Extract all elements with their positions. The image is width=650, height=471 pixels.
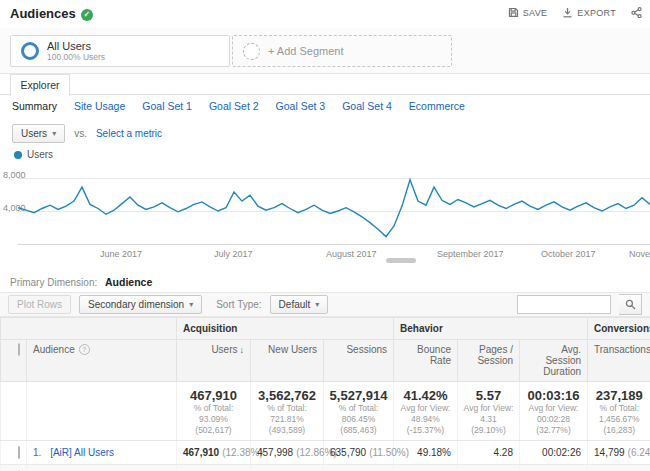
col-header-pages-session[interactable]: Pages / Session: [458, 340, 520, 382]
metric-dropdown-label: Users: [21, 128, 47, 139]
subtab-ecommerce[interactable]: Ecommerce: [409, 100, 465, 112]
primary-dimension-row: Primary Dimension: Audience: [10, 276, 152, 288]
x-label-july: July 2017: [214, 249, 253, 259]
users-line-chart: [18, 162, 650, 246]
secondary-dimension-dropdown[interactable]: Secondary dimension ▾: [79, 295, 202, 314]
cell-sessions: 623,771(11.45%): [324, 465, 394, 471]
tab-explorer-label: Explorer: [20, 79, 59, 91]
col-header-transactions[interactable]: Transactions: [588, 340, 650, 382]
col-header-avg-duration[interactable]: Avg. Session Duration: [520, 340, 588, 382]
col-header-new-users[interactable]: New Users: [251, 340, 324, 382]
export-label: EXPORT: [577, 8, 616, 18]
sort-type-label: Sort Type:: [216, 299, 261, 310]
plot-rows-button[interactable]: Plot Rows: [8, 295, 71, 314]
chevron-down-icon: ▾: [52, 129, 56, 138]
col-header-audience[interactable]: Audience?: [27, 340, 177, 382]
metric-picker-row: Users ▾ vs. Select a metric: [12, 124, 162, 143]
add-segment-label: + Add Segment: [268, 45, 344, 57]
table-column-header: Audience? Users↓ New Users Sessions Boun…: [1, 340, 650, 382]
row-checkbox[interactable]: [18, 446, 20, 459]
save-button[interactable]: SAVE: [508, 7, 548, 18]
cell-new-users: 457,998(12.86%): [251, 441, 324, 465]
group-acquisition: Acquisition: [177, 318, 394, 340]
cell-transactions: 14,376(6.06%): [588, 465, 650, 471]
segment-name: All Users: [47, 40, 105, 52]
subtab-summary[interactable]: Summary: [12, 100, 57, 112]
help-icon: ?: [79, 344, 90, 355]
export-icon: [562, 7, 573, 18]
cell-users: 467,910(12.38%): [177, 441, 251, 465]
tab-explorer[interactable]: Explorer: [10, 74, 70, 96]
metric-dropdown[interactable]: Users ▾: [12, 124, 65, 143]
x-label-june: June 2017: [100, 249, 142, 259]
search-button[interactable]: [619, 294, 642, 315]
sort-type-value: Default: [279, 299, 311, 310]
x-label-october: October 2017: [541, 249, 596, 259]
chart-legend: Users: [14, 149, 53, 160]
select-all-cell: [1, 340, 27, 382]
select-all-checkbox[interactable]: [18, 343, 20, 356]
col-header-bounce-rate[interactable]: Bounce Rate: [394, 340, 458, 382]
topbar: Audiences✓ SAVE EXPORT: [0, 0, 650, 28]
summary-bounce-rate: 41.42% Avg for View: 48.94% (-15.37%): [394, 382, 458, 441]
audience-link[interactable]: [AiR] All Users: [50, 447, 114, 458]
segment-ring-icon: [21, 42, 39, 60]
primary-dimension-audience[interactable]: Audience: [105, 276, 152, 288]
x-label-august: August 2017: [326, 249, 377, 259]
cell-users: 458,794(12.14%): [177, 465, 251, 471]
summary-transactions: 237,189 % of Total: 1,456.67% (16,283): [588, 382, 650, 441]
cell-avg-duration: 00:02:26: [520, 465, 588, 471]
chevron-down-icon: ▾: [189, 300, 193, 309]
x-label-november: November 2017: [629, 249, 650, 259]
subtab-site-usage[interactable]: Site Usage: [74, 100, 125, 112]
subtab-goal-set-3[interactable]: Goal Set 3: [276, 100, 326, 112]
chart-scroll-handle[interactable]: [386, 258, 416, 263]
group-conversions: Conversions eComm ▾: [588, 318, 650, 340]
summary-new-users: 3,562,762 % of Total: 721.81% (493,589): [251, 382, 324, 441]
summary-avg-duration: 00:03:16 Avg for View: 00:02:28 (32.77%): [520, 382, 588, 441]
table-summary-row: 467,910 % of Total: 93.09% (502,617) 3,5…: [1, 382, 650, 441]
conversions-label: Conversions: [594, 323, 650, 334]
row-number: 1.: [33, 447, 41, 458]
plot-rows-label: Plot Rows: [17, 299, 62, 310]
segment-all-users[interactable]: All Users 100.00% Users: [10, 35, 230, 67]
vs-label: vs.: [74, 128, 87, 139]
table-toolbar: Plot Rows Secondary dimension ▾ Sort Typ…: [0, 292, 650, 317]
search-input[interactable]: [517, 295, 611, 314]
chevron-down-icon: ▾: [315, 300, 319, 309]
audiences-report: Audiences✓ SAVE EXPORT: [0, 0, 650, 471]
summary-pages-session: 5.57 Avg for View: 4.31 (29.10%): [458, 382, 520, 441]
sort-desc-icon: ↓: [240, 345, 245, 355]
table-row: 1. [AiR] All Users 467,910(12.38%) 457,9…: [1, 441, 650, 465]
subtab-goal-set-2[interactable]: Goal Set 2: [209, 100, 259, 112]
col-header-sessions[interactable]: Sessions: [324, 340, 394, 382]
col-header-users[interactable]: Users↓: [177, 340, 251, 382]
segment-detail: 100.00% Users: [47, 52, 105, 62]
share-button[interactable]: [631, 7, 642, 18]
cell-avg-duration: 00:02:26: [520, 441, 588, 465]
cell-pages-session: 4.28: [458, 465, 520, 471]
report-subtabs: Summary Site Usage Goal Set 1 Goal Set 2…: [12, 100, 465, 112]
subtab-goal-set-1[interactable]: Goal Set 1: [142, 100, 192, 112]
table-group-header: Acquisition Behavior Conversions eComm ▾: [1, 318, 650, 340]
legend-label: Users: [27, 149, 53, 160]
report-table: Acquisition Behavior Conversions eComm ▾: [0, 317, 650, 471]
users-line: [18, 180, 650, 237]
status-ok-icon: ✓: [81, 9, 93, 21]
page-title: Audiences✓: [10, 6, 93, 21]
add-segment-button[interactable]: + Add Segment: [232, 35, 452, 67]
top-actions: SAVE EXPORT: [508, 7, 642, 18]
primary-dimension-label: Primary Dimension:: [10, 277, 97, 288]
share-icon: [631, 7, 642, 18]
cell-sessions: 635,790(11.50%): [324, 441, 394, 465]
cell-new-users: 449,507(12.62%): [251, 465, 324, 471]
save-icon: [508, 7, 519, 18]
sort-type-dropdown[interactable]: Default ▾: [270, 295, 329, 314]
select-metric-link[interactable]: Select a metric: [96, 128, 162, 139]
export-button[interactable]: EXPORT: [562, 7, 616, 18]
table-row: 2. [AiR] Transactions > 1 458,794(12.14%…: [1, 465, 650, 471]
x-label-september: September 2017: [437, 249, 504, 259]
subtab-goal-set-4[interactable]: Goal Set 4: [342, 100, 392, 112]
summary-users: 467,910 % of Total: 93.09% (502,617): [177, 382, 251, 441]
save-label: SAVE: [523, 8, 548, 18]
